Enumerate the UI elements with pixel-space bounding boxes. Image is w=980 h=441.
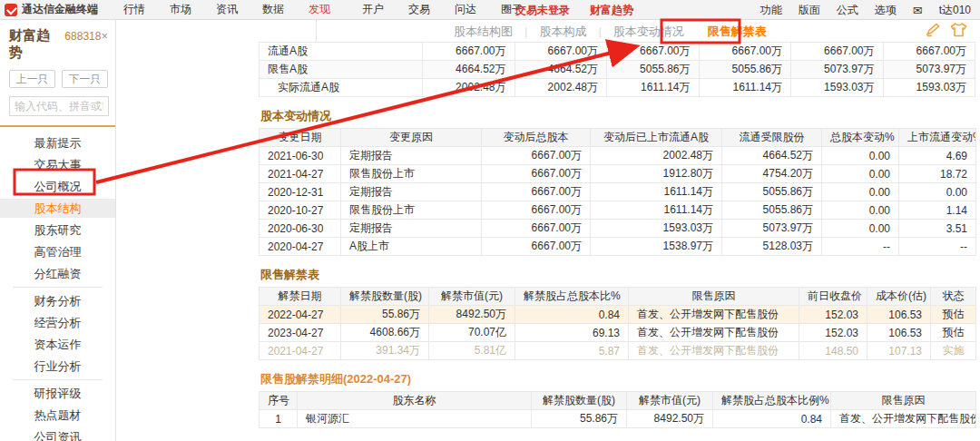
table-cell: 0.00: [822, 201, 899, 220]
main-menu: 行情市场资讯数据发现开户交易问达圈子: [123, 2, 547, 17]
stock-search-input[interactable]: [9, 96, 109, 116]
menu-item-functions[interactable]: 功能: [760, 3, 782, 18]
sidebar-item-行业分析[interactable]: 行业分析: [0, 357, 115, 376]
table-cell: 2021-04-27: [260, 165, 341, 183]
sidebar-item-经营分析[interactable]: 经营分析: [0, 313, 115, 332]
sidebar-item-股本结构[interactable]: 股本结构: [0, 199, 115, 218]
table-cell: 2002.48万: [591, 147, 722, 165]
app-title: 通达信金融终端: [22, 2, 98, 17]
table-cell: 定期报告: [341, 220, 482, 238]
table-cell: 5128.03万: [722, 238, 822, 256]
table-cell: 1611.14万: [591, 183, 722, 201]
table-cell: 6667.00万: [791, 43, 884, 61]
table-cell: 限售股份上市: [341, 165, 482, 183]
login-status[interactable]: 交易未登录: [515, 3, 570, 18]
table-cell: 首发、公开增发网下配售股份: [831, 410, 976, 428]
table-cell: 2020-04-27: [260, 238, 341, 256]
table-cell: 1593.03万: [791, 79, 884, 97]
table-cell: 5073.97万: [791, 61, 884, 79]
column-header: 股东名称: [298, 392, 532, 410]
menu-item-formula[interactable]: 公式: [837, 3, 858, 18]
table-cell: 5055.86万: [607, 61, 700, 79]
table-cell: 0.00: [822, 183, 899, 201]
table-cell: 0.00: [822, 220, 899, 238]
tab-capital-composition[interactable]: 股本构成: [527, 24, 598, 40]
table-cell: 银河源汇: [298, 410, 532, 428]
table-cell: 1: [260, 410, 298, 428]
close-icon[interactable]: ×: [101, 29, 108, 43]
table-row: 实际流通A股2002.48万2002.48万1611.14万1611.14万15…: [260, 79, 975, 97]
table-cell: 6667.00万: [482, 165, 591, 183]
prev-stock-button[interactable]: 上一只: [9, 70, 55, 88]
tab-unlock-schedule[interactable]: 限售解禁表: [696, 24, 779, 40]
table-cell: 0.00: [822, 147, 899, 165]
table-cell: 4664.52万: [722, 147, 822, 165]
section-title-unlock-detail: 限售股解禁明细(2022-04-27): [260, 371, 975, 387]
current-stock-link[interactable]: 财富趋势: [590, 3, 633, 18]
edit-icon[interactable]: [925, 22, 941, 38]
user-id[interactable]: t达010: [939, 3, 971, 18]
menu-item-资讯[interactable]: 资讯: [216, 2, 238, 17]
table-cell: 首发、公开增发网下配售股份: [629, 324, 799, 342]
table-cell: 18.72: [899, 165, 976, 183]
table-cell: 1611.14万: [699, 79, 791, 97]
sidebar-item-公司资讯[interactable]: 公司资讯: [0, 427, 115, 441]
menu-item-数据[interactable]: 数据: [262, 2, 284, 17]
menu-item-市场[interactable]: 市场: [170, 2, 191, 17]
table-header-row: 变更日期变更原因变动后总股本变动后已上市流通A股流通受限股份总股本变动%上市流通…: [260, 129, 976, 147]
table-cell: 391.34万: [341, 342, 429, 360]
table-cell: 3.51: [899, 220, 976, 238]
table-cell: 1611.14万: [607, 79, 700, 97]
sidebar-item-最新提示[interactable]: 最新提示: [0, 133, 115, 152]
table-cell: 8492.50万: [627, 410, 713, 428]
sidebar-item-财务分析[interactable]: 财务分析: [0, 291, 115, 310]
column-header: 变更日期: [260, 129, 341, 147]
sidebar-item-热点题材[interactable]: 热点题材: [0, 406, 115, 425]
table-header-row: 解禁日期解禁股数量(股)解禁市值(元)解禁股占总股本比%限售原因前日收盘价成本价…: [260, 288, 976, 306]
sidebar-item-公司概况[interactable]: 公司概况: [0, 177, 115, 196]
menu-item-交易[interactable]: 交易: [408, 2, 430, 17]
table-row: 2023-04-274608.66万70.07亿69.13首发、公开增发网下配售…: [260, 324, 976, 342]
sidebar-item-高管治理[interactable]: 高管治理: [0, 242, 115, 261]
sidebar-item-研报评级[interactable]: 研报评级: [0, 384, 115, 403]
table-cell: 6667.00万: [482, 183, 591, 201]
table-cell: 5.87: [515, 342, 629, 360]
menu-item-问达[interactable]: 问达: [455, 2, 476, 17]
mail-icon[interactable]: ✉: [913, 4, 923, 17]
table-cell: 4754.20万: [722, 165, 822, 183]
column-header: 解禁股数量(股): [341, 288, 429, 306]
sidebar-item-交易大事[interactable]: 交易大事: [0, 155, 115, 174]
column-header: 解禁股数量(股): [532, 392, 627, 410]
table-cell: 0.84: [713, 410, 831, 428]
app-logo[interactable]: 通达信金融终端: [5, 2, 98, 17]
table-cell: 2021-04-27: [260, 342, 341, 360]
table-cell: 106.53: [867, 306, 931, 324]
table-cell: 5.81亿: [429, 342, 515, 360]
next-stock-button[interactable]: 下一只: [62, 70, 108, 88]
table-cell: 5073.97万: [722, 220, 822, 238]
tab-capital-change[interactable]: 股本变动情况: [602, 24, 696, 40]
table-cell: 0.00: [899, 183, 976, 201]
table-cell: 2002.48万: [423, 79, 515, 97]
sidebar: 财富趋势 688318 × 上一只 下一只 最新提示交易大事公司概况股本结构股东…: [0, 20, 116, 441]
menu-item-发现[interactable]: 发现: [309, 2, 330, 17]
f10-tab-bar: 股本结构图 | 股本构成 | 股本变动情况 限售解禁表: [117, 20, 980, 43]
table-cell: 6667.00万: [699, 43, 791, 61]
table-cell: 实施: [931, 342, 976, 360]
table-cell: 0.84: [515, 306, 629, 324]
tab-capital-structure-chart[interactable]: 股本结构图: [442, 24, 524, 40]
menu-item-行情[interactable]: 行情: [123, 2, 145, 17]
sidebar-item-资本运作[interactable]: 资本运作: [0, 335, 115, 354]
table-cell: 实际流通A股: [260, 79, 423, 97]
sidebar-menu: 最新提示交易大事公司概况股本结构股东研究高管治理分红融资财务分析经营分析资本运作…: [0, 133, 115, 441]
menu-item-options[interactable]: 选项: [875, 3, 897, 18]
sidebar-item-股东研究[interactable]: 股东研究: [0, 220, 115, 240]
table-cell: 148.50: [799, 342, 867, 360]
table-cell: 107.13: [867, 342, 931, 360]
menu-item-layout[interactable]: 版面: [799, 3, 820, 18]
sidebar-item-分红融资[interactable]: 分红融资: [0, 264, 115, 283]
skin-tshirt-icon[interactable]: [950, 22, 967, 38]
menu-item-开户[interactable]: 开户: [362, 2, 384, 17]
table-cell: 1912.80万: [591, 165, 722, 183]
column-header: 变动后总股本: [482, 129, 591, 147]
